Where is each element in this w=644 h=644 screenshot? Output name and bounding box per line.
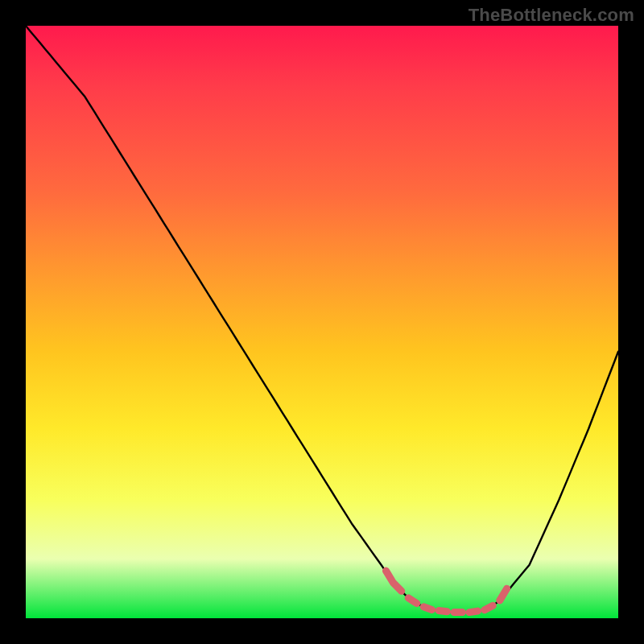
- trough-marker: [386, 571, 507, 613]
- curve-path: [26, 26, 618, 613]
- plot-area: [26, 26, 618, 618]
- bottleneck-curve: [26, 26, 618, 618]
- chart-frame: TheBottleneck.com: [0, 0, 644, 644]
- watermark-text: TheBottleneck.com: [469, 5, 634, 26]
